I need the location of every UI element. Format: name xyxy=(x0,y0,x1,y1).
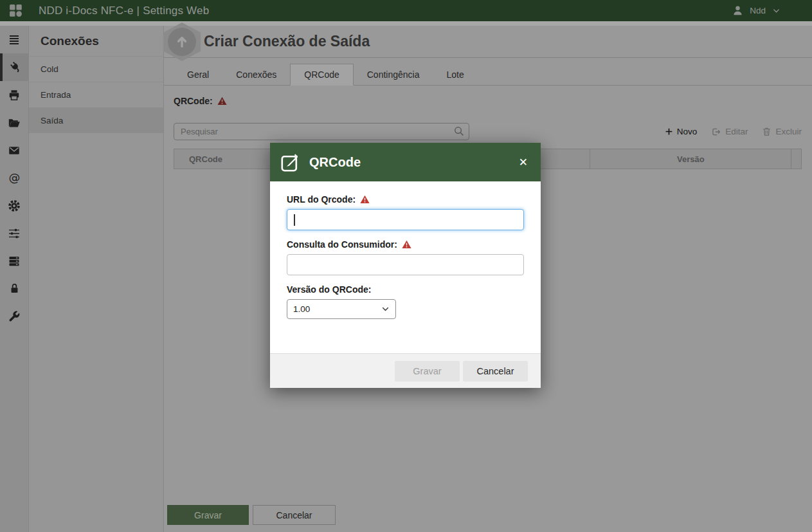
warning-icon xyxy=(402,240,411,249)
versao-qrcode-label: Versão do QRCode: xyxy=(287,284,524,295)
url-qrcode-field[interactable] xyxy=(287,209,524,230)
warning-icon xyxy=(360,195,370,204)
qrcode-modal: QRCode ✕ URL do Qrcode: Consulta do Cons… xyxy=(270,143,541,388)
url-qrcode-label-text: URL do Qrcode: xyxy=(287,194,356,205)
modal-header: QRCode ✕ xyxy=(270,143,541,181)
modal-cancel-button[interactable]: Cancelar xyxy=(463,361,528,381)
consulta-consumidor-field[interactable] xyxy=(287,254,524,275)
url-qrcode-label: URL do Qrcode: xyxy=(287,194,524,205)
modal-body: URL do Qrcode: Consulta do Consumidor: V… xyxy=(270,181,541,353)
consulta-consumidor-label-text: Consulta do Consumidor: xyxy=(287,239,397,250)
modal-save-button[interactable]: Gravar xyxy=(395,361,460,381)
chevron-down-icon xyxy=(381,305,390,313)
close-icon[interactable]: ✕ xyxy=(516,154,530,170)
modal-title: QRCode xyxy=(309,155,361,170)
edit-square-icon xyxy=(280,152,300,172)
versao-qrcode-label-text: Versão do QRCode: xyxy=(287,284,371,295)
versao-qrcode-value: 1.00 xyxy=(293,304,310,314)
consulta-consumidor-label: Consulta do Consumidor: xyxy=(287,239,524,250)
modal-footer: Gravar Cancelar xyxy=(270,353,541,388)
text-caret xyxy=(294,214,295,226)
versao-qrcode-select[interactable]: 1.00 xyxy=(287,299,396,319)
